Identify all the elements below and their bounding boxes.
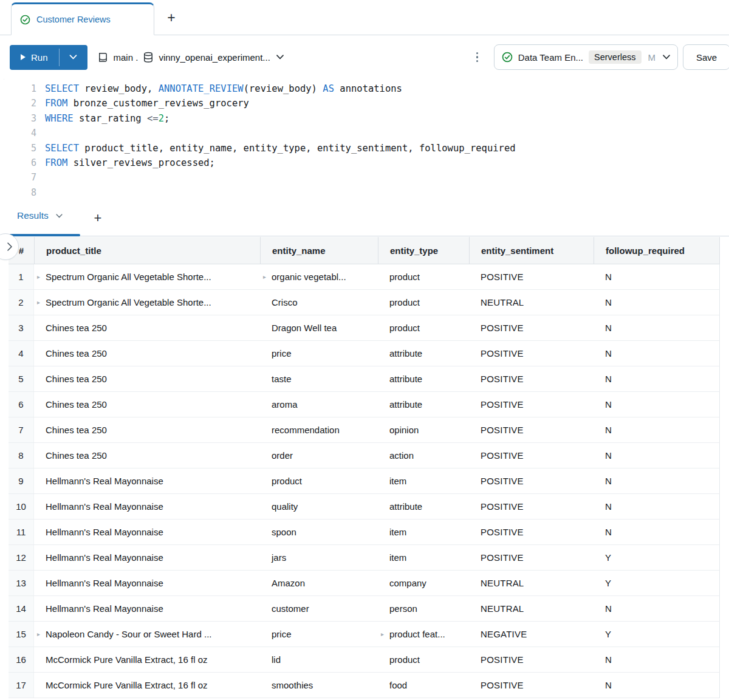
cell-entity_sentiment[interactable]: NEUTRAL bbox=[469, 290, 594, 315]
cell-followup_required[interactable]: N bbox=[594, 392, 720, 417]
column-header-product_title[interactable]: product_title bbox=[34, 237, 260, 264]
cell-product_title[interactable]: Chines tea 250 bbox=[34, 417, 260, 442]
cell-followup_required[interactable]: N bbox=[594, 290, 720, 315]
cell-followup_required[interactable]: N bbox=[594, 341, 720, 366]
column-header-entity_sentiment[interactable]: entity_sentiment bbox=[469, 237, 594, 264]
cell-entity_sentiment[interactable]: POSITIVE bbox=[469, 264, 594, 289]
cell-entity_type[interactable]: attribute bbox=[378, 366, 469, 391]
cell-followup_required[interactable]: N bbox=[594, 443, 720, 468]
cell-entity_sentiment[interactable]: POSITIVE bbox=[469, 443, 594, 468]
chevron-down-icon[interactable] bbox=[56, 214, 63, 218]
cell-entity_sentiment[interactable]: POSITIVE bbox=[469, 673, 594, 698]
catalog-schema-selector[interactable]: main . vinny_openai_experiment... bbox=[97, 52, 284, 63]
cell-entity_name[interactable]: jars bbox=[260, 545, 378, 570]
cell-product_title[interactable]: Hellmann's Real Mayonnaise bbox=[34, 596, 260, 621]
cell-followup_required[interactable]: N bbox=[594, 673, 720, 698]
cell-entity_sentiment[interactable]: POSITIVE bbox=[469, 392, 594, 417]
cell-entity_type[interactable]: product bbox=[378, 264, 469, 289]
cell-entity_type[interactable]: attribute bbox=[378, 341, 469, 366]
cell-entity_type[interactable]: product bbox=[378, 290, 469, 315]
cell-followup_required[interactable]: N bbox=[594, 315, 720, 340]
cell-product_title[interactable]: McCormick Pure Vanilla Extract, 16 fl oz bbox=[34, 673, 260, 698]
cell-entity_type[interactable]: company bbox=[378, 571, 469, 595]
tab-customer-reviews[interactable]: Customer Reviews bbox=[11, 2, 154, 35]
cell-entity_sentiment[interactable]: POSITIVE bbox=[469, 366, 594, 391]
cell-followup_required[interactable]: Y bbox=[594, 571, 720, 595]
cell-entity_type[interactable]: product bbox=[378, 647, 469, 672]
cell-product_title[interactable]: Hellmann's Real Mayonnaise bbox=[34, 571, 260, 595]
cell-entity_sentiment[interactable]: NEGATIVE bbox=[469, 622, 594, 647]
run-dropdown-button[interactable] bbox=[60, 45, 87, 70]
cell-followup_required[interactable]: Y bbox=[594, 622, 720, 647]
cell-entity_type[interactable]: ▸product feat... bbox=[378, 622, 469, 647]
cell-product_title[interactable]: ▸Spectrum Organic All Vegetable Shorte..… bbox=[34, 290, 260, 315]
cell-entity_type[interactable]: action bbox=[378, 443, 469, 468]
cell-followup_required[interactable]: N bbox=[594, 264, 720, 289]
cell-entity_name[interactable]: Dragon Well tea bbox=[260, 315, 378, 340]
cell-followup_required[interactable]: N bbox=[594, 520, 720, 544]
expand-cell-icon[interactable]: ▸ bbox=[381, 631, 384, 637]
warehouse-selector[interactable]: Data Team En... Serverless M bbox=[494, 44, 678, 70]
cell-entity_sentiment[interactable]: POSITIVE bbox=[469, 315, 594, 340]
cell-entity_name[interactable]: recommendation bbox=[260, 417, 378, 442]
cell-entity_name[interactable]: aroma bbox=[260, 392, 378, 417]
cell-entity_name[interactable]: spoon bbox=[260, 520, 378, 544]
sql-editor[interactable]: 1SELECT review_body, ANNOTATE_REVIEW(rev… bbox=[0, 80, 729, 202]
cell-entity_type[interactable]: item bbox=[378, 545, 469, 570]
cell-entity_type[interactable]: food bbox=[378, 673, 469, 698]
cell-product_title[interactable]: Hellmann's Real Mayonnaise bbox=[34, 520, 260, 544]
cell-entity_sentiment[interactable]: POSITIVE bbox=[469, 545, 594, 570]
cell-followup_required[interactable]: N bbox=[594, 596, 720, 621]
cell-entity_name[interactable]: price bbox=[260, 622, 378, 647]
column-header-entity_type[interactable]: entity_type bbox=[378, 237, 469, 264]
expand-cell-icon[interactable]: ▸ bbox=[37, 274, 40, 280]
cell-product_title[interactable]: Chines tea 250 bbox=[34, 443, 260, 468]
expand-cell-icon[interactable]: ▸ bbox=[263, 274, 266, 280]
cell-entity_type[interactable]: product bbox=[378, 315, 469, 340]
cell-product_title[interactable]: Hellmann's Real Mayonnaise bbox=[34, 468, 260, 493]
column-header-entity_name[interactable]: entity_name bbox=[260, 237, 378, 264]
cell-entity_name[interactable]: quality bbox=[260, 494, 378, 519]
cell-entity_sentiment[interactable]: POSITIVE bbox=[469, 468, 594, 493]
cell-product_title[interactable]: ▸Napoleon Candy - Sour or Sweet Hard ... bbox=[34, 622, 260, 647]
add-results-tab-button[interactable]: + bbox=[89, 208, 107, 228]
cell-product_title[interactable]: Chines tea 250 bbox=[34, 366, 260, 391]
run-button[interactable]: Run bbox=[10, 45, 59, 70]
cell-entity_name[interactable]: customer bbox=[260, 596, 378, 621]
cell-entity_name[interactable]: order bbox=[260, 443, 378, 468]
cell-product_title[interactable]: Chines tea 250 bbox=[34, 392, 260, 417]
save-button[interactable]: Save bbox=[683, 44, 729, 70]
results-tab[interactable]: Results bbox=[17, 210, 63, 221]
column-header-followup_required[interactable]: followup_required bbox=[594, 237, 720, 264]
cell-entity_name[interactable]: ▸organic vegetabl... bbox=[260, 264, 378, 289]
cell-entity_sentiment[interactable]: POSITIVE bbox=[469, 647, 594, 672]
cell-product_title[interactable]: Hellmann's Real Mayonnaise bbox=[34, 494, 260, 519]
cell-followup_required[interactable]: N bbox=[594, 417, 720, 442]
cell-entity_name[interactable]: taste bbox=[260, 366, 378, 391]
cell-product_title[interactable]: Chines tea 250 bbox=[34, 341, 260, 366]
expand-cell-icon[interactable]: ▸ bbox=[37, 300, 40, 306]
cell-product_title[interactable]: ▸Spectrum Organic All Vegetable Shorte..… bbox=[34, 264, 260, 289]
cell-product_title[interactable]: Chines tea 250 bbox=[34, 315, 260, 340]
cell-followup_required[interactable]: N bbox=[594, 494, 720, 519]
cell-entity_type[interactable]: opinion bbox=[378, 417, 469, 442]
cell-entity_name[interactable]: price bbox=[260, 341, 378, 366]
cell-product_title[interactable]: McCormick Pure Vanilla Extract, 16 fl oz bbox=[34, 647, 260, 672]
cell-entity_sentiment[interactable]: POSITIVE bbox=[469, 520, 594, 544]
cell-entity_type[interactable]: attribute bbox=[378, 494, 469, 519]
cell-entity_name[interactable]: Amazon bbox=[260, 571, 378, 595]
cell-entity_name[interactable]: smoothies bbox=[260, 673, 378, 698]
cell-entity_sentiment[interactable]: NEUTRAL bbox=[469, 596, 594, 621]
kebab-menu-button[interactable] bbox=[470, 45, 485, 69]
cell-entity_name[interactable]: lid bbox=[260, 647, 378, 672]
cell-followup_required[interactable]: Y bbox=[594, 545, 720, 570]
cell-entity_type[interactable]: attribute bbox=[378, 392, 469, 417]
cell-entity_sentiment[interactable]: POSITIVE bbox=[469, 341, 594, 366]
cell-entity_sentiment[interactable]: NEUTRAL bbox=[469, 571, 594, 595]
new-tab-button[interactable]: + bbox=[162, 8, 181, 27]
cell-product_title[interactable]: Hellmann's Real Mayonnaise bbox=[34, 545, 260, 570]
cell-entity_sentiment[interactable]: POSITIVE bbox=[469, 417, 594, 442]
cell-entity_type[interactable]: item bbox=[378, 520, 469, 544]
cell-followup_required[interactable]: N bbox=[594, 468, 720, 493]
cell-entity_sentiment[interactable]: POSITIVE bbox=[469, 494, 594, 519]
